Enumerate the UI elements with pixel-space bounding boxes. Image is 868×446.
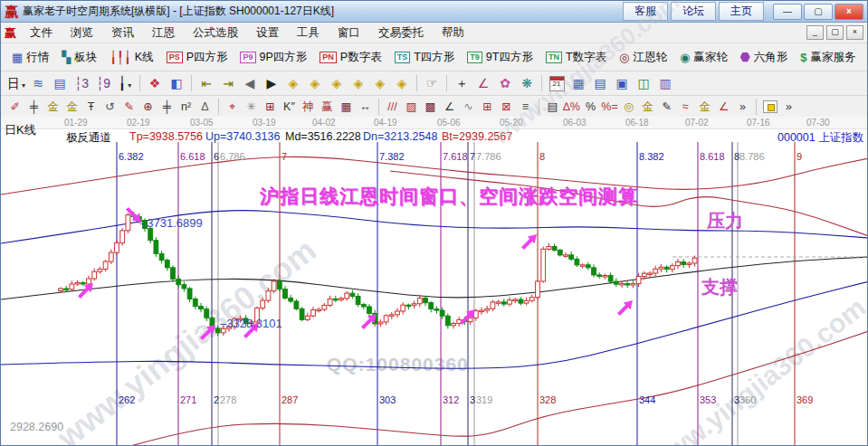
target-tool[interactable]: ⌖ xyxy=(223,100,242,115)
pen-tool[interactable]: ✎ xyxy=(119,100,138,115)
candle-pen-tool[interactable]: ✎ xyxy=(657,100,676,115)
box-grid-tool[interactable]: ▩ xyxy=(421,100,440,115)
candle-style-selector[interactable]: ╽ ▾ xyxy=(114,75,136,91)
first-page-button[interactable]: ⇤ xyxy=(196,75,217,91)
fit-all-button[interactable]: ◈ xyxy=(391,75,413,91)
grid-125-tool[interactable]: ▦ xyxy=(337,100,356,115)
span-tool[interactable]: ↔ xyxy=(356,100,375,115)
shen-tool[interactable]: 神 xyxy=(299,100,318,115)
menu-formula-picker[interactable]: 公式选股 xyxy=(184,24,247,43)
calendar-button[interactable]: 21 xyxy=(546,74,568,93)
last-page-button[interactable]: ⇥ xyxy=(217,75,239,91)
t-number-table-button[interactable]: TNT数字表 xyxy=(539,50,613,65)
gold-bar-tool[interactable]: 金 xyxy=(695,100,714,115)
quotes-button[interactable]: ▦行情 xyxy=(5,50,55,65)
zigzag-tool[interactable]: ∿ xyxy=(459,100,478,115)
pct-avg-tool[interactable]: %= xyxy=(600,100,619,115)
menu-help[interactable]: 帮助 xyxy=(433,24,473,43)
t-square-button[interactable]: TST四方形 xyxy=(388,50,462,65)
winner-service-button[interactable]: $赢家服务 xyxy=(794,50,862,65)
kline-button[interactable]: ╽╿╽K线 xyxy=(103,50,159,65)
measure-button[interactable]: ∠ xyxy=(472,75,494,91)
shrink-h-button[interactable]: ◈ xyxy=(348,75,369,91)
menu-tools[interactable]: 工具 xyxy=(288,24,329,43)
comb-tool[interactable]: ╪ xyxy=(24,100,43,115)
menu-settings[interactable]: 设置 xyxy=(247,24,288,43)
j-angle-tool[interactable]: ∠ xyxy=(714,100,733,115)
menu-news[interactable]: 资讯 xyxy=(102,24,143,43)
customer-service-button[interactable]: 客服 xyxy=(623,2,668,21)
brain-tool-button[interactable]: ❋ xyxy=(516,75,538,91)
red-grid-tool[interactable]: ⊞ xyxy=(478,100,497,115)
hexagon-button[interactable]: 六角形 xyxy=(734,50,795,65)
maximize-button[interactable]: ▢ xyxy=(804,4,833,20)
mdi-restore-button[interactable]: ▢ xyxy=(826,25,844,40)
box-fan-tool[interactable]: ▨ xyxy=(402,100,421,115)
square-target-tool[interactable]: ⊞ xyxy=(261,100,280,115)
bars-3-icon[interactable]: ┆3 xyxy=(71,75,92,91)
rays-tool[interactable]: ∠ xyxy=(440,100,459,115)
gann-wheel-button[interactable]: ◎江恩轮 xyxy=(613,50,673,65)
winner-wheel-button[interactable]: ◉赢家轮 xyxy=(673,50,734,65)
export-chart-button[interactable]: ◫ xyxy=(633,75,654,91)
angle-a-tool[interactable]: Δ xyxy=(196,100,215,115)
calculator-button[interactable]: ▦ xyxy=(568,75,589,91)
menu-gann[interactable]: 江恩 xyxy=(143,24,184,43)
more-chevron-2[interactable]: » xyxy=(779,100,798,115)
9t-square-button[interactable]: T99T四方形 xyxy=(461,50,539,65)
sectors-button[interactable]: ▚板块 xyxy=(55,50,103,65)
info-note-icon[interactable]: ▤ xyxy=(49,75,71,91)
pattern-icon[interactable]: ❖ xyxy=(144,75,166,91)
forum-button[interactable]: 论坛 xyxy=(671,2,716,21)
gold-circle-tool[interactable]: ◎ xyxy=(619,100,638,115)
hand-tool-button[interactable]: ☞ xyxy=(421,75,443,91)
chart-area[interactable]: www.yingjia360.com www.yingjia360.com QQ… xyxy=(1,117,868,446)
bars-9-icon[interactable]: ┆9 xyxy=(92,75,114,91)
n-squared-tool[interactable]: n² xyxy=(176,100,196,115)
pct-tool[interactable]: % xyxy=(581,100,600,115)
wave-chart-icon[interactable]: ≋ xyxy=(27,75,49,91)
p-square-button[interactable]: PSP四方形 xyxy=(160,50,234,65)
parallel-lines-tool[interactable]: ≡ xyxy=(516,100,535,115)
homepage-button[interactable]: 主页 xyxy=(719,2,764,21)
yellow-grid-tool[interactable] xyxy=(760,99,779,115)
close-button[interactable]: × xyxy=(835,4,863,20)
k2-tool[interactable]: K″ xyxy=(280,100,299,115)
wave-red-tool[interactable]: ≈ xyxy=(676,100,695,115)
pct-channel-tool[interactable]: ∆% xyxy=(562,100,581,115)
notes-button[interactable]: ▤ xyxy=(589,75,611,91)
gold-gann-tool-2[interactable]: 金 xyxy=(62,100,81,115)
workstation-button[interactable]: ▥ xyxy=(654,75,676,91)
menu-window[interactable]: 窗口 xyxy=(329,24,369,43)
color-theme-icon[interactable]: ◧ xyxy=(166,75,187,91)
9p-square-button[interactable]: P99P四方形 xyxy=(234,50,313,65)
expand-h-button[interactable]: ◈ xyxy=(326,75,348,91)
minimize-button[interactable]: — xyxy=(773,4,802,20)
crosshair-button[interactable]: ＋ xyxy=(451,75,472,91)
next-page-button[interactable]: ▶ xyxy=(261,75,282,91)
cycle-tool[interactable]: ↺ xyxy=(100,100,119,115)
ying-tool[interactable]: 赢 xyxy=(318,100,337,115)
mdi-minimize-button[interactable]: _ xyxy=(806,25,824,40)
wheel-tool[interactable]: ⊕ xyxy=(138,100,157,115)
p-number-table-button[interactable]: PNP数字表 xyxy=(313,50,387,65)
gold-line-tool[interactable]: 金 xyxy=(638,100,657,115)
comb-tool-2[interactable]: ╪ xyxy=(157,100,176,115)
more-tools-chevron[interactable]: » xyxy=(733,100,752,115)
fan-lines-tool[interactable]: /// xyxy=(383,100,402,115)
f-ruler-tool[interactable]: Ŧ xyxy=(81,100,100,115)
prev-page-button[interactable]: ◀ xyxy=(239,75,261,91)
flower-tool-button[interactable]: ✿ xyxy=(494,75,516,91)
menu-browse[interactable]: 浏览 xyxy=(62,24,102,43)
save-button[interactable]: ▣ xyxy=(611,75,633,91)
red-grid-tool-2[interactable]: ⊠ xyxy=(497,100,516,115)
mdi-close-button[interactable]: × xyxy=(846,25,863,40)
zoom-out-diamond-button[interactable]: ◈ xyxy=(282,75,304,91)
zoom-in-diamond-button[interactable]: ◈ xyxy=(304,75,326,91)
menu-trade[interactable]: 交易委托 xyxy=(369,24,433,43)
web-tool[interactable]: ✳ xyxy=(242,100,261,115)
stats-panel-tool[interactable]: ▤ xyxy=(543,100,562,115)
period-selector[interactable]: 日 ▾ xyxy=(5,75,27,91)
gold-gann-tool-1[interactable]: 金 xyxy=(43,100,62,115)
red-pen-tool[interactable]: ✐ xyxy=(5,100,24,115)
